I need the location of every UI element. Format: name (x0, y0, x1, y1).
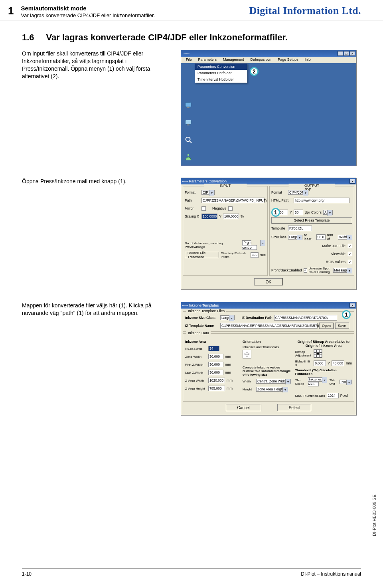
orientation-toggle[interactable] (243, 350, 251, 358)
cheight-select[interactable]: Zone Area Height (256, 387, 288, 392)
negative-checkbox[interactable] (228, 206, 233, 211)
bitmap-adjust-grid[interactable] (314, 349, 322, 358)
label-mmof: mm of (327, 233, 337, 241)
itn-input[interactable]: C:\PRESSMANAGER\PRESSMANAGERSMART\INKZON… (220, 323, 318, 329)
isc-select[interactable]: Large (220, 315, 235, 320)
scaling-y-input[interactable]: 100.0000 (223, 214, 239, 219)
inkzone-data-group: Inkzone Data Inkzone Area No.of Zones34 … (183, 333, 354, 402)
save-button[interactable]: Save (335, 323, 349, 329)
templates-close-button[interactable]: × (349, 303, 355, 308)
input-group-title: INPUT (204, 184, 247, 188)
menu-info[interactable]: Info (302, 57, 314, 63)
template-input[interactable]: R700.IZL (288, 226, 312, 231)
mirror-checkbox[interactable] (201, 206, 206, 211)
parameters-dropdown: Parameters Conversion Parameters Hotfold… (195, 63, 247, 83)
zah-input[interactable]: 785.000 (208, 386, 225, 391)
label-path: Path (185, 198, 200, 202)
desktop-icon-4[interactable] (184, 152, 193, 162)
menu-parameters[interactable]: Parameters (195, 57, 220, 63)
idp-input[interactable]: C:\PRESSMANAGER\DATA\R700\ (274, 315, 337, 321)
menu-management[interactable]: Management (220, 57, 247, 63)
dialog-close-button[interactable]: × (349, 179, 355, 184)
template-files-group: Inkzone Template Files Inkzone Size Clas… (183, 311, 354, 332)
col-head-area: Inkzone Area (185, 340, 239, 344)
label-compute: Compute Inkzone values relative to a sat… (243, 366, 292, 376)
label-itn: IZ Template Name (185, 324, 219, 328)
dropdown-item-timeinterval[interactable]: Time Interval Hotfolder (195, 76, 247, 83)
html-path-input[interactable]: http://www.cip4.org/ (294, 198, 349, 203)
svg-rect-0 (186, 103, 192, 107)
select-press-template-button[interactable]: Select Press Template (271, 217, 352, 224)
bsx-input[interactable]: 0.000 (314, 360, 326, 366)
tnscope-select[interactable]: Inkzones Area (308, 377, 322, 386)
svg-rect-1 (187, 107, 190, 108)
close-button[interactable]: × (349, 51, 355, 56)
label-cheight: Height (243, 388, 255, 391)
header-bold-title: Semiautomatiskt mode (21, 5, 155, 12)
lzw-input[interactable]: 30.000 (208, 370, 223, 375)
zw-input[interactable]: 30.000 (208, 354, 223, 359)
svg-rect-2 (186, 120, 192, 125)
label-mm4: mm (227, 378, 233, 382)
label-izthumb: Inkzones and Thumbnails (243, 345, 292, 349)
ush-select[interactable]: Message (333, 268, 353, 273)
dropdown-item-hotfolder[interactable]: Parameters Hotfolder (195, 70, 247, 76)
desktop-icon-1[interactable] (184, 100, 193, 109)
content-row-1: Om input filer skall konverteras till CI… (22, 50, 361, 166)
py-input[interactable]: 50 (294, 210, 303, 215)
col-head-orient: Orientation (243, 340, 292, 344)
label-mm6: mm (346, 361, 352, 365)
templates-title: ----- Inkzone Templates (182, 303, 219, 307)
maximize-button[interactable]: □ (344, 51, 349, 56)
dir-refresh-input[interactable]: 999 (251, 252, 259, 258)
tnunit-select[interactable]: Pixel (340, 380, 352, 384)
paragraph-3: Mappen för konverterade filer väljs här … (22, 302, 174, 317)
label-mirror: Mirror (185, 206, 200, 210)
paragraph-1: Om input filer skall konverteras till CI… (22, 50, 174, 80)
page-footer: 1-10 DI-Plot – Instruktionsmanual (22, 568, 361, 577)
footer-left: 1-10 (22, 571, 32, 577)
open-button[interactable]: Open (319, 323, 334, 329)
desktop-icon-2[interactable] (184, 117, 193, 127)
fbe-checkbox[interactable]: ✓ (304, 268, 307, 273)
maxtn-input[interactable]: 1024 (327, 393, 339, 398)
menu-pagesetups[interactable]: Page Setups (274, 57, 302, 63)
widthof-select[interactable]: Width (338, 235, 352, 240)
input-path-field[interactable]: C:\PRESSMANAGER\DATA\CIP3_INPUT\ (201, 198, 265, 203)
desktop-icon-3[interactable] (184, 135, 193, 145)
viewable-checkbox[interactable]: ✓ (348, 252, 352, 256)
menu-bar: File Parameters Management DeImposition … (181, 57, 356, 63)
label-tnunit: TN-Unit (329, 378, 338, 386)
col-inkzone-area: Inkzone Area No.of Zones34 Zone Width30.… (185, 340, 239, 399)
fzw-input[interactable]: 30.000 (208, 362, 223, 367)
atleast-input[interactable]: 50.0 (316, 234, 326, 240)
label-htmlpath: HTML Path: (271, 198, 292, 202)
desktop-icons (184, 100, 193, 162)
output-format-select[interactable]: CIP4/JDF (288, 190, 308, 195)
bsy-input[interactable]: 43.000 (332, 360, 344, 366)
nozones-input[interactable]: 34 (208, 346, 219, 351)
label-idp: IZ Destination Path (242, 316, 272, 320)
label-cwidth: Width (243, 380, 255, 383)
ok-button[interactable]: OK (254, 278, 283, 285)
minimize-button[interactable]: _ (338, 51, 343, 56)
chapter-number: 1 (8, 5, 14, 17)
cancel-button[interactable]: Cancel (226, 404, 261, 411)
menu-file[interactable]: File (183, 57, 195, 63)
menu-deimposition[interactable]: DeImposition (247, 57, 275, 63)
cwidth-select[interactable]: Central Zone Width (256, 379, 291, 384)
prgm-control-select[interactable]: Prgm control (242, 240, 257, 250)
dropdown-item-conversion[interactable]: Parameters Conversion (195, 63, 247, 70)
rgb-checkbox[interactable]: ✓ (348, 260, 352, 264)
dialog-columns: INPUT Format CIP3 Path C:\PRESSMANAGER\D… (183, 186, 354, 276)
colors-select[interactable]: All (323, 210, 332, 215)
select-button[interactable]: Select (277, 404, 312, 411)
input-format-select[interactable]: CIP3 (201, 190, 215, 195)
makejdf-checkbox[interactable]: ✓ (348, 244, 352, 248)
sizeclass-select[interactable]: Large (288, 235, 302, 240)
templates-footer: Cancel Select (183, 402, 354, 413)
label-format: Format (185, 190, 200, 194)
zaw-input[interactable]: 1020.000 (208, 378, 225, 383)
scaling-x-input[interactable]: 100.0000 (201, 214, 217, 219)
source-file-treatment-button[interactable]: Source File Treatment (185, 252, 219, 258)
